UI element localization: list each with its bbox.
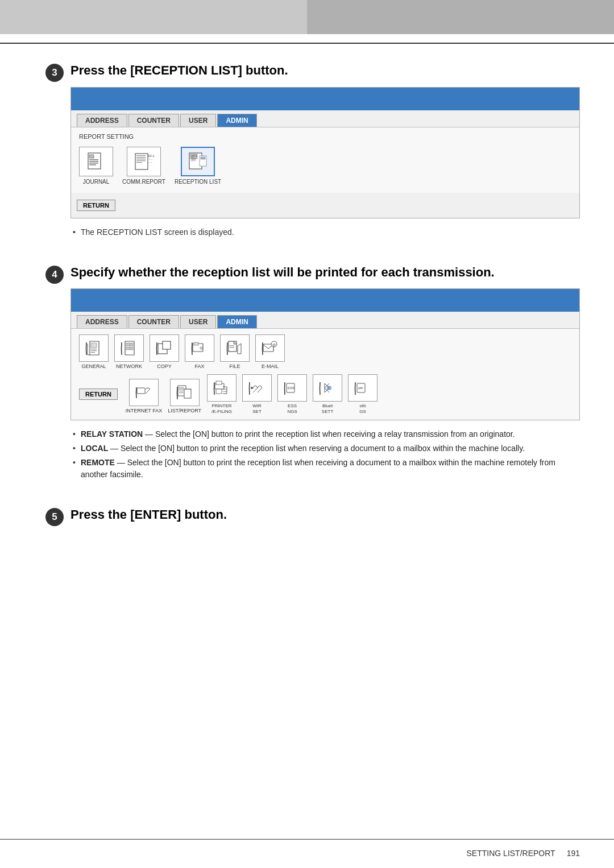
step-5-number: 5 xyxy=(45,508,64,526)
panel-2-row2-wrapper: RETURN INTERNET FAX xyxy=(79,374,571,414)
svg-rect-2 xyxy=(89,159,98,160)
copy-label: COPY xyxy=(157,363,172,370)
file-icon-box xyxy=(220,334,250,362)
svg-point-51 xyxy=(251,387,253,389)
panel-2: ADDRESS COUNTER USER ADMIN xyxy=(70,288,580,420)
svg-rect-26 xyxy=(126,343,130,346)
step-5-content: Press the [ENTER] button. xyxy=(70,507,580,531)
panel-2-tabs: ADDRESS COUNTER USER ADMIN xyxy=(71,312,579,329)
svg-rect-9 xyxy=(136,159,146,159)
footer: SETTING LIST/REPORT 191 xyxy=(467,849,580,858)
return-btn-2[interactable]: RETURN xyxy=(79,388,118,400)
svg-text:......: ...... xyxy=(148,160,152,163)
ess-ngs-icon: ESS xyxy=(283,379,302,397)
bluet-sett-icon xyxy=(318,379,337,397)
remote-text: — Select the [ON] button to print the re… xyxy=(81,458,555,479)
svg-rect-6 xyxy=(135,154,148,170)
network-btn[interactable]: NETWORK xyxy=(114,334,144,370)
svg-rect-36 xyxy=(230,345,234,346)
file-btn[interactable]: FILE xyxy=(220,334,250,370)
step-3: 3 Press the [RECEPTION LIST] button. ADD… xyxy=(45,63,580,249)
svg-rect-3 xyxy=(89,161,98,162)
list-report-btn[interactable]: LIST/REPORT xyxy=(168,379,201,414)
svg-rect-22 xyxy=(91,343,97,348)
general-label: GENERAL xyxy=(81,363,106,370)
email-btn[interactable]: @ E-MAIL xyxy=(255,334,285,370)
fax-icon xyxy=(190,339,209,357)
fax-btn[interactable]: FAX xyxy=(185,334,214,370)
svg-rect-28 xyxy=(126,347,130,350)
network-label: NETWORK xyxy=(116,363,142,370)
panel-2-header xyxy=(71,289,579,312)
svg-rect-1 xyxy=(89,155,94,158)
tab-user-1[interactable]: USER xyxy=(180,114,216,127)
oth-gs-label: oth GS xyxy=(359,403,366,414)
copy-icon-box xyxy=(150,334,179,362)
printer-efiling-icon-box xyxy=(207,374,237,402)
step-5: 5 Press the [ENTER] button. xyxy=(45,507,580,531)
journal-icon xyxy=(85,151,107,172)
wir-set-btn[interactable]: WIR SET xyxy=(242,374,272,414)
relay-text: — Select the [ON] button to print the re… xyxy=(145,429,515,439)
comm-report-label: COMM.REPORT xyxy=(122,179,165,185)
svg-rect-8 xyxy=(136,157,146,158)
journal-label: JOURNAL xyxy=(83,179,110,185)
tab-admin-2[interactable]: ADMIN xyxy=(217,315,256,328)
tab-address-2[interactable]: ADDRESS xyxy=(77,315,127,328)
main-content: 3 Press the [RECEPTION LIST] button. ADD… xyxy=(45,46,580,547)
bluet-sett-btn[interactable]: Bluet SETT xyxy=(313,374,342,414)
internet-fax-btn[interactable]: INTERNET FAX xyxy=(126,379,162,414)
journal-btn[interactable]: JOURNAL xyxy=(79,147,113,185)
printer-efiling-btn[interactable]: PRINTER /E-FILING xyxy=(207,374,237,414)
tab-counter-1[interactable]: COUNTER xyxy=(128,114,179,127)
reception-list-icon-box: @01 @02 @03 xyxy=(181,147,215,176)
svg-rect-27 xyxy=(130,343,133,346)
local-term: LOCAL xyxy=(81,444,108,453)
email-icon-box: @ xyxy=(255,334,285,362)
general-btn[interactable]: GENERAL xyxy=(79,334,109,370)
oth-gs-btn[interactable]: oth oth GS xyxy=(348,374,377,414)
ess-ngs-btn[interactable]: ESS ESS NGS xyxy=(277,374,307,414)
list-report-icon xyxy=(175,383,194,402)
report-setting-label: REPORT SETTING xyxy=(79,133,571,140)
oth-gs-icon-box: oth xyxy=(348,374,377,402)
svg-text:@: @ xyxy=(272,343,276,346)
remote-term: REMOTE xyxy=(81,458,115,467)
reception-list-btn[interactable]: @01 @02 @03 RECEPTION LIST xyxy=(175,147,221,185)
reception-list-label: RECEPTION LIST xyxy=(175,179,221,185)
svg-rect-41 xyxy=(137,388,145,394)
panel-2-row2: INTERNET FAX xyxy=(126,374,377,414)
svg-rect-37 xyxy=(230,347,234,348)
step-4-content: Specify whether the reception list will … xyxy=(70,264,580,491)
tab-admin-1[interactable]: ADMIN xyxy=(217,114,256,127)
tab-counter-2[interactable]: COUNTER xyxy=(128,315,179,328)
oth-gs-icon: oth xyxy=(353,379,372,397)
top-bar-right xyxy=(307,0,614,34)
panel-2-body: GENERAL xyxy=(71,329,579,420)
copy-btn[interactable]: COPY xyxy=(150,334,179,370)
return-btn-1[interactable]: RETURN xyxy=(77,200,115,211)
svg-rect-45 xyxy=(179,392,184,393)
panel-1-tabs: ADDRESS COUNTER USER ADMIN xyxy=(71,110,579,127)
network-icon-box xyxy=(114,334,144,362)
step-3-bullet-1: The RECEPTION LIST screen is displayed. xyxy=(70,226,580,238)
tab-address-1[interactable]: ADDRESS xyxy=(77,114,127,127)
printer-efiling-icon xyxy=(212,379,231,397)
email-icon: @ xyxy=(260,339,280,357)
svg-rect-46 xyxy=(184,389,191,398)
step-3-bullets: The RECEPTION LIST screen is displayed. xyxy=(70,226,580,238)
tab-user-2[interactable]: USER xyxy=(180,315,216,328)
svg-text:@03: @03 xyxy=(191,159,196,162)
svg-rect-25 xyxy=(91,352,95,353)
local-text: — Select the [ON] button to print the re… xyxy=(110,444,525,453)
network-icon xyxy=(119,339,139,357)
wir-set-icon xyxy=(247,379,267,397)
panel-1-header xyxy=(71,88,579,110)
internet-fax-label: INTERNET FAX xyxy=(126,408,162,414)
panel-1-body: REPORT SETTING xyxy=(71,127,579,193)
comm-report-btn[interactable]: 10.11 ...... ...... COMM.REPORT xyxy=(122,147,165,185)
list-report-icon-box xyxy=(170,379,200,406)
file-label: FILE xyxy=(229,363,240,370)
svg-rect-10 xyxy=(136,160,146,161)
journal-icon-box xyxy=(79,147,113,176)
